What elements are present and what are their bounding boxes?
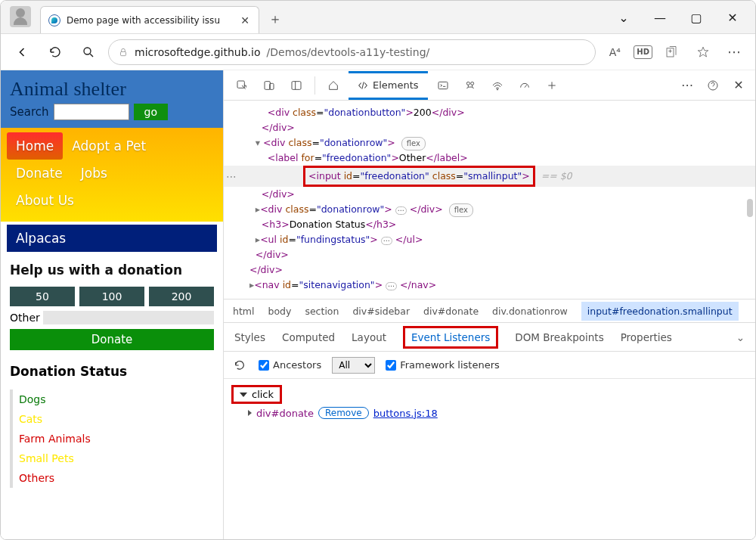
devtools-toolbar: Elements ⋯ ✕: [224, 70, 755, 101]
console-tab-icon[interactable]: [431, 73, 455, 98]
framework-checkbox[interactable]: Framework listeners: [386, 359, 500, 371]
dock-icon[interactable]: [284, 73, 308, 98]
close-window-button[interactable]: ✕: [716, 5, 749, 29]
selected-node-ref: == $0: [541, 169, 572, 184]
refresh-button[interactable]: [42, 39, 69, 66]
go-button[interactable]: go: [134, 104, 168, 120]
address-bar: microsoftedge.github.io/Demos/devtools-a…: [1, 34, 755, 70]
read-aloud-icon[interactable]: A⁴: [602, 39, 627, 65]
back-button[interactable]: [8, 39, 36, 66]
listener-source-link[interactable]: buttons.js:18: [373, 408, 438, 419]
amount-200[interactable]: 200: [149, 287, 214, 306]
more-icon[interactable]: ⋯: [722, 39, 748, 65]
maximize-button[interactable]: ▢: [680, 5, 713, 29]
elements-icon: [358, 80, 368, 91]
expand-icon: [248, 410, 252, 416]
status-farm[interactable]: Farm Animals: [19, 429, 214, 448]
refresh-listeners-icon[interactable]: [231, 353, 248, 377]
crumb-body[interactable]: body: [268, 306, 291, 317]
ancestors-checkbox[interactable]: Ancestors: [259, 359, 321, 371]
search-icon[interactable]: [75, 39, 102, 66]
new-tab-button[interactable]: ＋: [264, 8, 287, 30]
status-section: Donation Status Dogs Cats Farm Animals S…: [1, 356, 223, 495]
page-title: Animal shelter: [10, 78, 214, 101]
dom-breadcrumb[interactable]: html body section div#sidebar div#donate…: [224, 299, 755, 323]
dom-scrollbar[interactable]: [747, 199, 753, 217]
edge-favicon: [48, 14, 60, 26]
performance-tab-icon[interactable]: [513, 73, 537, 98]
amount-50[interactable]: 50: [10, 287, 75, 306]
sources-tab-icon[interactable]: [458, 73, 482, 98]
svg-rect-7: [438, 82, 448, 88]
add-tab-icon[interactable]: [540, 73, 564, 98]
remove-listener-button[interactable]: Remove: [318, 407, 369, 419]
search-input[interactable]: [54, 104, 129, 120]
nav-jobs[interactable]: Jobs: [72, 160, 116, 187]
crumb-sidebar[interactable]: div#sidebar: [352, 306, 410, 317]
dom-selected-node[interactable]: ⋯ <input id="freedonation" class="smalli…: [224, 166, 755, 187]
status-heading: Donation Status: [10, 364, 214, 379]
browser-tab[interactable]: Demo page with accessibility issu ✕: [40, 6, 259, 33]
donate-button[interactable]: Donate: [10, 329, 214, 350]
devtools-close-icon[interactable]: ✕: [727, 73, 751, 98]
dom-node-actions-icon[interactable]: ⋯: [224, 166, 240, 187]
tab-event-listeners[interactable]: Event Listeners: [403, 326, 498, 349]
hd-icon[interactable]: HD: [634, 45, 652, 59]
favorite-icon[interactable]: [690, 39, 716, 65]
url-input[interactable]: microsoftedge.github.io/Demos/devtools-a…: [108, 39, 596, 65]
other-input[interactable]: [43, 311, 214, 324]
lock-icon: [118, 47, 129, 57]
collections-icon[interactable]: [658, 39, 684, 65]
svg-point-10: [497, 88, 497, 89]
crumb-donate[interactable]: div#donate: [423, 306, 479, 317]
status-dogs[interactable]: Dogs: [19, 389, 214, 409]
elements-tab[interactable]: Elements: [349, 71, 428, 100]
donation-heading: Help us with a donation: [10, 262, 214, 278]
nav-home[interactable]: Home: [7, 132, 63, 160]
tab-dom-breakpoints[interactable]: DOM Breakpoints: [515, 331, 603, 343]
status-cats[interactable]: Cats: [19, 409, 214, 429]
nav-donate[interactable]: Donate: [7, 160, 72, 187]
tab-styles[interactable]: Styles: [234, 331, 265, 343]
tab-close-icon[interactable]: ✕: [239, 14, 251, 26]
amount-100[interactable]: 100: [79, 287, 144, 306]
demo-page: Animal shelter Search go Home Adopt a Pe…: [1, 70, 224, 539]
svg-point-8: [466, 82, 469, 85]
svg-rect-6: [292, 81, 301, 89]
devtools-more-icon[interactable]: ⋯: [675, 73, 699, 98]
nav-about[interactable]: About Us: [7, 187, 83, 214]
crumb-section[interactable]: section: [305, 306, 339, 317]
status-others[interactable]: Others: [19, 468, 214, 488]
tab-title: Demo page with accessibility issu: [67, 15, 233, 26]
search-label: Search: [10, 105, 49, 119]
listener-entry[interactable]: div#donate Remove buttons.js:18: [231, 404, 748, 419]
listener-target: div#donate: [256, 408, 314, 419]
inspect-icon[interactable]: [230, 73, 254, 98]
nav-adopt[interactable]: Adopt a Pet: [63, 132, 155, 160]
submenu-alpacas[interactable]: Alpacas: [7, 225, 217, 252]
crumb-donationrow[interactable]: div.donationrow: [492, 306, 568, 317]
caret-down-icon[interactable]: ⌄: [607, 5, 640, 29]
devtools-panel: Elements ⋯ ✕ <div class="donationbutton"…: [224, 70, 755, 539]
tab-properties[interactable]: Properties: [621, 331, 672, 343]
welcome-tab-icon[interactable]: [321, 73, 345, 98]
tab-layout[interactable]: Layout: [352, 331, 386, 343]
listener-scope-select[interactable]: All: [332, 357, 375, 374]
minimize-button[interactable]: —: [643, 5, 677, 29]
crumb-selected[interactable]: input#freedonation.smallinput: [581, 302, 739, 321]
panel-chevron-icon[interactable]: ⌄: [736, 331, 745, 343]
profile-avatar[interactable]: [10, 6, 31, 27]
status-small[interactable]: Small Pets: [19, 448, 214, 468]
url-path: /Demos/devtools-a11y-testing/: [267, 46, 430, 58]
device-toggle-icon[interactable]: [257, 73, 281, 98]
crumb-html[interactable]: html: [233, 306, 254, 317]
other-label: Other: [10, 312, 40, 324]
tab-computed[interactable]: Computed: [282, 331, 335, 343]
svg-rect-1: [121, 51, 126, 55]
help-icon[interactable]: [701, 73, 725, 98]
listener-click-group[interactable]: click: [231, 385, 282, 404]
dom-tree[interactable]: <div class="donationbutton">200</div> </…: [224, 101, 755, 299]
donation-section: Help us with a donation 50 100 200 Other…: [1, 252, 223, 356]
window-titlebar: Demo page with accessibility issu ✕ ＋ ⌄ …: [1, 1, 755, 34]
network-tab-icon[interactable]: [485, 73, 510, 98]
